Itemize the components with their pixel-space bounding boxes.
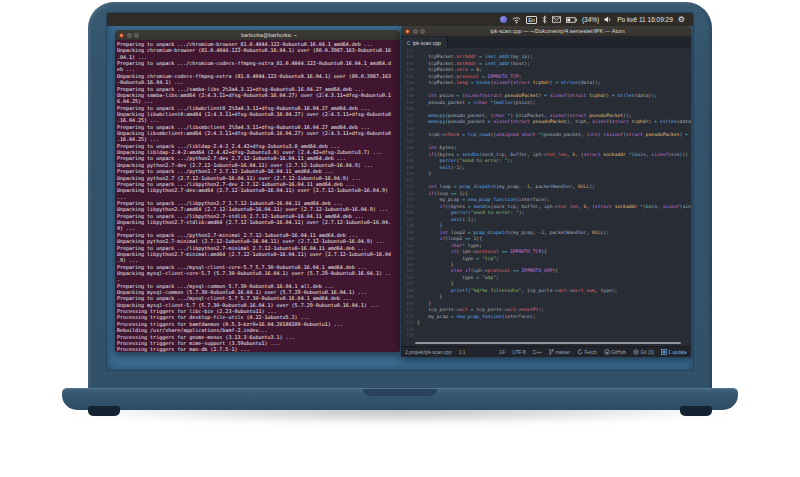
tab-ipk-scan[interactable]: C ipk-scan.cpp — [401, 37, 448, 48]
top-panel: En — [107, 13, 693, 26]
code-text — [417, 333, 691, 339]
maximize-button[interactable] — [420, 29, 425, 34]
terminal-line: Preparing to unpack .../mysql-client-cor… — [117, 264, 398, 270]
desktop: En — [107, 13, 693, 370]
horizontal-scrollbar[interactable] — [415, 342, 681, 344]
minimize-button[interactable] — [127, 33, 132, 38]
session-gear-icon[interactable]: ⚙ — [678, 16, 685, 24]
battery-percentage[interactable]: (34%) — [582, 16, 599, 23]
tab-label: ipk-scan.cpp — [413, 40, 441, 46]
laptop-base — [62, 388, 738, 410]
bluetooth-icon[interactable] — [542, 15, 547, 24]
atom-title: ipk-scan.cpp — ~/Dokumenty/4.semester/IP… — [428, 28, 687, 34]
status-github[interactable]: GitHub — [604, 349, 626, 355]
wifi-icon[interactable] — [512, 16, 521, 24]
branch-name: master — [555, 350, 570, 355]
close-button[interactable] — [405, 29, 410, 34]
status-encoding[interactable]: UTF-8 — [512, 350, 526, 355]
fetch-label: Fetch — [585, 350, 597, 355]
terminal-line: Preparing to unpack .../samba-libs_2%3a4… — [117, 86, 398, 92]
status-fetch[interactable]: Fetch — [577, 349, 597, 355]
battery-icon[interactable] — [566, 17, 577, 23]
terminal-line: Unpacking libpython2.7-stdlib:amd64 (2.7… — [117, 219, 398, 225]
horizontal-scroll-area — [401, 340, 691, 346]
terminal-line: Preparing to unpack .../libwbclient0_2%3… — [117, 105, 398, 111]
code-editor[interactable]: 531 532 tcpPacket.srcAddr = inet_addr(my… — [401, 48, 691, 340]
laptop-foot-left — [88, 406, 120, 416]
volume-icon[interactable] — [604, 16, 612, 23]
terminal-line: Preparing to unpack .../libpython2.7-min… — [117, 245, 398, 251]
github-label: GitHub — [611, 350, 626, 355]
github-icon — [604, 349, 610, 355]
terminal-window-controls — [119, 33, 139, 38]
update-label: 1 update — [668, 350, 687, 355]
terminal-titlebar[interactable]: barborka@barborka: ~ — [115, 30, 400, 40]
code-line: 575 — [401, 333, 691, 339]
line-number: 575 — [401, 333, 417, 339]
maximize-button[interactable] — [134, 33, 139, 38]
terminal-window: barborka@barborka: ~ Preparing to unpack… — [115, 30, 400, 352]
terminal-line: Unpacking chromium-browser (81.0.4044.12… — [117, 47, 398, 53]
laptop-mockup: En — [0, 0, 800, 477]
atom-window: ipk-scan.cpp — ~/Dokumenty/4.semester/IP… — [401, 26, 691, 357]
terminal-output[interactable]: Preparing to unpack .../chromium-browser… — [115, 40, 400, 352]
terminal-line: Unpacking python2.7 (2.7.12-1ubuntu0~16.… — [117, 175, 398, 181]
terminal-line: Unpacking libpython2.7-dev:amd64 (2.7.12… — [117, 187, 398, 193]
status-grammar[interactable]: C++ — [533, 350, 542, 355]
terminal-line: Unpacking samba-libs:amd64 (2:4.3.11+dfs… — [117, 92, 398, 98]
status-cursor-position[interactable]: 1:1 — [459, 350, 466, 355]
terminal-title: barborka@barborka: ~ — [142, 32, 396, 38]
keyboard-layout-indicator[interactable]: En — [526, 16, 537, 24]
panel-clock[interactable]: Po kvě 11 16:09:29 — [617, 16, 673, 23]
status-line-ending[interactable]: LF — [500, 350, 506, 355]
laptop-foot-right — [680, 406, 712, 416]
status-update[interactable]: 1 update — [661, 349, 687, 355]
terminal-line: Processing triggers for man-db (2.7.5-1)… — [117, 346, 398, 352]
git-icon — [633, 349, 639, 355]
status-file-path[interactable]: 2.projekt/ipk-scan.cpp — [405, 350, 452, 355]
atom-titlebar[interactable]: ipk-scan.cpp — ~/Dokumenty/4.semester/IP… — [401, 26, 691, 36]
terminal-line: Unpacking libpython2.7:amd64 (2.7.12-1ub… — [117, 206, 398, 212]
git-changes-label: Git (3) — [640, 350, 653, 355]
terminal-line: Unpacking mysql-client-core-5.7 (5.7.30-… — [117, 270, 398, 276]
terminal-line: Preparing to unpack .../chromium-codecs-… — [117, 60, 398, 66]
laptop-base-notch — [363, 389, 437, 396]
update-icon — [661, 349, 667, 355]
tab-bar: C ipk-scan.cpp — [401, 36, 691, 48]
git-branch-icon — [549, 349, 554, 355]
minimize-button[interactable] — [413, 29, 418, 34]
atom-window-controls — [405, 29, 425, 34]
mail-icon[interactable] — [552, 16, 561, 23]
cpp-file-icon: C — [407, 40, 411, 46]
status-git-changes[interactable]: Git (3) — [633, 349, 654, 355]
app-indicator-icon[interactable] — [500, 16, 507, 23]
terminal-line: Unpacking libpython2.7-minimal:amd64 (2.… — [117, 251, 398, 257]
status-git-branch[interactable]: master — [549, 349, 570, 355]
terminal-line: Unpacking python2.7-minimal (2.7.12-1ubu… — [117, 238, 398, 244]
laptop-lid: En — [88, 2, 712, 390]
status-bar: 2.projekt/ipk-scan.cpp 1:1 LF UTF-8 C++ — [401, 346, 691, 357]
close-button[interactable] — [119, 33, 124, 38]
sync-icon — [577, 349, 583, 355]
